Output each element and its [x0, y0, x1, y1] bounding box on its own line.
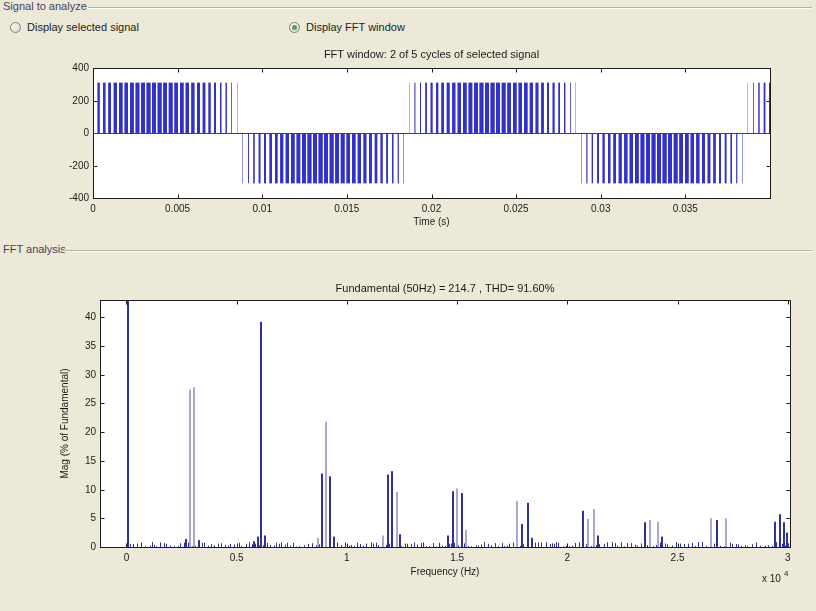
section-divider	[62, 250, 812, 252]
radio-button-icon[interactable]	[289, 22, 300, 33]
signal-waveform-plot	[0, 44, 816, 242]
radio-display-selected-signal-label: Display selected signal	[27, 21, 139, 33]
fft-section-header: FFT analysis	[0, 247, 816, 261]
fft-spectrum-plot	[0, 262, 816, 602]
fft-section-title: FFT analysis	[3, 243, 70, 255]
signal-section-title: Signal to analyze	[3, 0, 91, 12]
radio-display-fft-window-label: Display FFT window	[306, 21, 405, 33]
signal-section-header: Signal to analyze	[0, 4, 816, 18]
radio-button-icon[interactable]	[10, 22, 21, 33]
fft-analysis-window: { "window": { "bg_color": "#ece9d8", "pl…	[0, 0, 816, 611]
radio-display-fft-window[interactable]: Display FFT window	[289, 21, 405, 33]
section-divider	[88, 7, 812, 9]
radio-display-selected-signal[interactable]: Display selected signal	[10, 21, 139, 33]
